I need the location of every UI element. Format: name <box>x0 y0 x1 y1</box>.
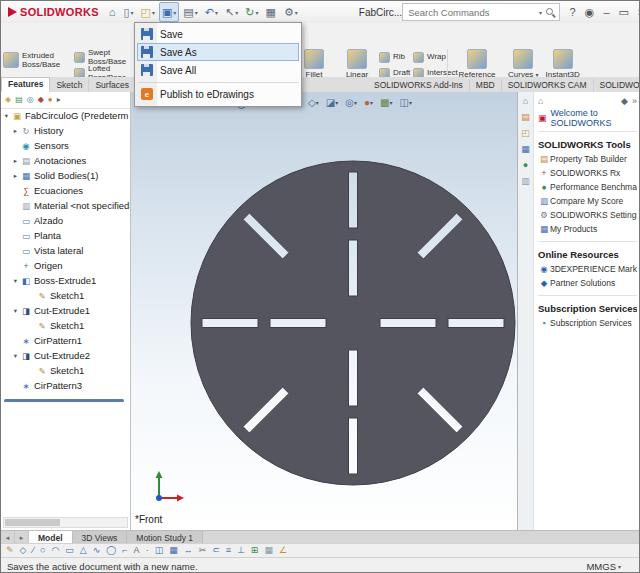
snap-icon[interactable]: ⊞ <box>251 546 259 555</box>
task-pane-row[interactable]: ▦ My Products <box>538 222 637 236</box>
spline-icon[interactable]: ∿ <box>93 546 101 555</box>
smart-dimension-icon[interactable]: ◇ <box>20 546 27 555</box>
arc-icon[interactable]: ◠ <box>51 546 59 555</box>
task-pane-row[interactable]: ◉ 3DEXPERIENCE Marketplace <box>538 262 637 276</box>
tree-item[interactable]: ∗ CirPattern1 <box>1 333 130 348</box>
graphics-area[interactable]: ◯ ◱ ◀ ▾ ◧ ▾ ◇ <box>131 92 517 530</box>
tree-item[interactable]: ▾ ◨ Cut-Extrude2 <box>1 348 130 363</box>
rollback-bar[interactable] <box>4 399 124 402</box>
view-orientation-icon[interactable]: ◇ ▾ <box>306 95 321 110</box>
unit-system-selector[interactable]: MMGS ▾ <box>586 561 621 572</box>
move-entities-icon[interactable]: ↔ <box>184 546 193 555</box>
tree-item[interactable]: ▾ ◨ Cut-Extrude1 <box>1 303 130 318</box>
open-icon[interactable]: ◰ ▾ <box>138 2 158 22</box>
search-icon[interactable] <box>545 7 556 18</box>
command-tab[interactable]: SOLIDWORKS Add-Ins <box>368 79 470 92</box>
line-icon[interactable]: ∕ <box>32 546 34 555</box>
tree-item[interactable]: + Origen <box>1 258 130 273</box>
pin-icon[interactable]: ◆ <box>621 96 628 106</box>
displaymanager-tab-icon[interactable]: ● <box>48 96 53 104</box>
search-scope-chevron-icon[interactable]: ▾ <box>539 9 542 16</box>
tree-item[interactable]: ▾ ▣ FabCirculoG (Predeterm <box>1 108 130 123</box>
hide-show-items-icon[interactable]: ◎ ▾ <box>343 95 359 110</box>
print-icon[interactable]: ▤ ▾ <box>180 2 200 22</box>
task-pane-row[interactable]: ▪ Subscription Services <box>538 316 637 330</box>
options-icon[interactable]: ⚙ ▾ <box>281 2 301 22</box>
search-box[interactable]: ▾ <box>402 3 560 21</box>
file-properties-icon[interactable]: ▦ <box>262 2 279 22</box>
tree-item[interactable]: ∗ CirPattern3 <box>1 378 130 393</box>
tree-item[interactable]: ▭ Alzado <box>1 213 130 228</box>
expand-arrow-icon[interactable]: ▾ <box>11 352 20 360</box>
rebuild-icon[interactable]: ↻ ▾ <box>242 2 261 22</box>
edit-appearance-icon[interactable]: ● ▾ <box>362 95 375 110</box>
expand-arrow-icon[interactable]: ▾ <box>2 112 11 120</box>
home-icon[interactable]: ⌂ <box>106 2 120 22</box>
polygon-icon[interactable]: △ <box>80 546 87 555</box>
view-settings-icon[interactable]: ◫ ▾ <box>397 95 413 110</box>
tree-item[interactable]: ▸ ▦ Solid Bodies(1) <box>1 168 130 183</box>
collapse-pane-icon[interactable]: » <box>632 96 637 106</box>
text-icon[interactable]: A <box>134 546 140 555</box>
close-icon[interactable]: × <box>632 3 640 21</box>
add-relation-icon[interactable]: ⊥ <box>237 546 245 555</box>
restore-icon[interactable]: ▭ <box>615 3 632 21</box>
mirror-entities-icon[interactable]: ◫ <box>155 546 164 555</box>
custom-properties-icon[interactable]: ▥ <box>521 177 530 186</box>
expand-arrow-icon[interactable]: ▾ <box>11 277 20 285</box>
menu-item[interactable]: Save All <box>137 61 299 79</box>
ribbon-button[interactable]: Rib <box>379 49 413 65</box>
minimize-icon[interactable]: – <box>598 3 615 21</box>
configurationmanager-tab-icon[interactable]: ◎ <box>27 96 34 104</box>
tree-item[interactable]: ▸ ↻ History <box>1 123 130 138</box>
apply-scene-icon[interactable]: ▩ ▾ <box>378 95 394 110</box>
task-pane-row[interactable]: ◆ Partner Solutions <box>538 276 637 290</box>
help-icon[interactable]: ? <box>564 3 581 21</box>
menu-item[interactable]: Save <box>137 25 299 43</box>
tree-item[interactable]: ◉ Sensors <box>1 138 130 153</box>
circle-icon[interactable]: ○ <box>40 546 45 555</box>
tree-item[interactable]: ✎ Sketch1 <box>1 288 130 303</box>
command-tab[interactable]: MBD <box>470 79 502 92</box>
trim-entities-icon[interactable]: ✂ <box>199 546 207 555</box>
task-pane-row[interactable]: ▤ Property Tab Builder <box>538 152 637 166</box>
tree-item[interactable]: ✎ Sketch1 <box>1 363 130 378</box>
menu-item[interactable]: Save As <box>137 43 299 61</box>
file-explorer-icon[interactable]: ◰ <box>521 129 530 138</box>
undo-icon[interactable]: ↶ ▾ <box>202 2 221 22</box>
save-icon[interactable]: ▣ ▾ <box>159 2 179 22</box>
featuremanager-tree-tab-icon[interactable]: ◈ <box>5 96 11 104</box>
task-pane-row[interactable]: SOLIDWORKS Tools <box>538 131 637 152</box>
command-tab[interactable]: Features <box>1 77 50 92</box>
home-icon[interactable]: ⌂ <box>538 96 543 106</box>
sketch-fillet-icon[interactable]: ⌐ <box>122 546 127 555</box>
display-style-icon[interactable]: ◪ ▾ <box>324 95 340 110</box>
tree-item[interactable]: ✎ Sketch1 <box>1 318 130 333</box>
task-pane-row[interactable]: Subscription Services <box>538 295 637 316</box>
command-tab[interactable]: SOLIDWORKS CAM TBM <box>594 79 640 92</box>
search-input[interactable] <box>406 6 536 19</box>
expand-arrow-icon[interactable]: ▸ <box>11 157 20 165</box>
offset-entities-icon[interactable]: ≡ <box>226 546 231 555</box>
command-tab[interactable]: Sketch <box>50 79 89 92</box>
expand-arrow-icon[interactable]: ▸ <box>11 127 20 135</box>
welcome-link[interactable]: ▣ Welcome to SOLIDWORKS <box>538 110 637 126</box>
circular-slotted-part[interactable] <box>191 161 515 485</box>
rectangle-icon[interactable]: ▭ <box>65 546 74 555</box>
appearances-scenes-icon[interactable]: ● <box>523 161 528 170</box>
scrollbar-thumb[interactable] <box>5 519 60 526</box>
pane-chevron-icon[interactable]: ▸ <box>57 96 61 104</box>
tree-item[interactable]: ▥ Material <not specified> <box>1 198 130 213</box>
task-pane-row[interactable]: ⚙ SOLIDWORKS Settings Wizard <box>538 208 637 222</box>
propertymanager-tab-icon[interactable]: ▤ <box>15 96 23 104</box>
tree-item[interactable]: ▭ Planta <box>1 228 130 243</box>
task-pane-row[interactable]: ● Performance Benchmark Test <box>538 180 637 194</box>
view-palette-icon[interactable]: ▦ <box>521 145 530 154</box>
expand-arrow-icon[interactable]: ▸ <box>11 172 20 180</box>
ribbon-button[interactable]: Extruded Boss/Base <box>3 47 73 73</box>
design-library-icon[interactable]: ▤ <box>521 113 530 122</box>
part-model[interactable] <box>131 92 517 530</box>
measure-icon[interactable]: ∠ <box>279 546 287 555</box>
command-tab[interactable]: SOLIDWORKS CAM <box>502 79 594 92</box>
tree-item[interactable]: ▾ ◧ Boss-Extrude1 <box>1 273 130 288</box>
